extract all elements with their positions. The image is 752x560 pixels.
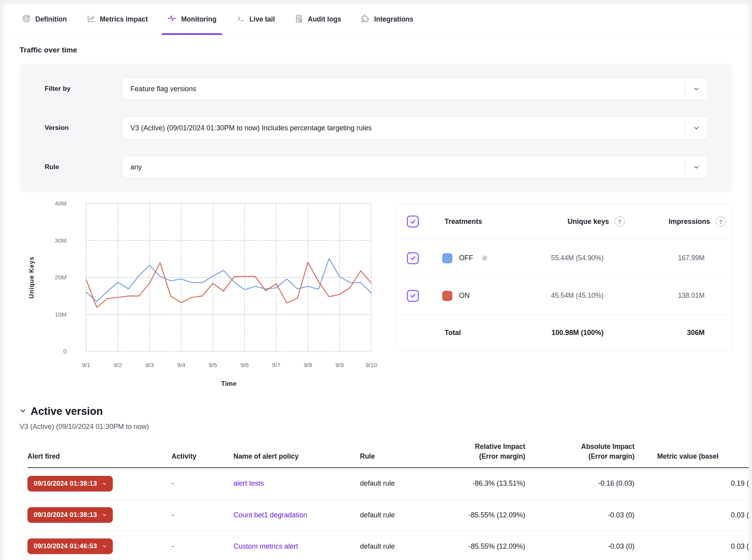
alert-policy-link[interactable]: Count bet1 degradation xyxy=(233,511,307,519)
alerts-table: Alert fired Activity Name of alert polic… xyxy=(27,442,749,560)
svg-text:0: 0 xyxy=(63,348,67,355)
alert-fired-badge[interactable]: 09/10/2024 01:38:13 xyxy=(27,476,113,492)
table-row: 09/10/2024 01:38:13 - alert tests defaul… xyxy=(27,468,749,499)
tab-label: Integrations xyxy=(374,15,413,23)
chevron-down-icon xyxy=(102,512,107,518)
filter-by-value: Feature flag versions xyxy=(123,85,685,93)
document-search-icon xyxy=(295,14,304,25)
tab-label: Definition xyxy=(35,15,67,23)
alert-fired-cell: 09/10/2024 01:38:13 xyxy=(27,476,172,492)
impressions-column-header: Impressions xyxy=(629,218,712,226)
svg-text:40M: 40M xyxy=(55,200,67,207)
collapse-chevron-icon[interactable] xyxy=(20,407,26,416)
absolute-impact-cell: -0.03 (0) xyxy=(525,511,634,519)
active-version-subtitle: V3 (Active) (09/10/2024 01:30PM to now) xyxy=(20,423,732,431)
on-impressions: 138.01M xyxy=(629,292,712,300)
filter-by-label: Filter by xyxy=(45,85,122,93)
alerts-table-header: Alert fired Activity Name of alert polic… xyxy=(27,442,749,468)
chevron-down-icon[interactable] xyxy=(685,85,708,92)
tab-label: Audit logs xyxy=(308,15,342,23)
rule-value: any xyxy=(123,163,685,171)
svg-text:9/4: 9/4 xyxy=(177,362,186,368)
alert-policy-link[interactable]: Custom metrics alert xyxy=(233,542,298,550)
svg-text:9/7: 9/7 xyxy=(272,362,281,368)
puzzle-icon xyxy=(361,14,370,25)
unique-keys-help-icon[interactable]: ? xyxy=(615,216,625,227)
tab-monitoring[interactable]: Monitoring xyxy=(162,4,222,35)
col-absolute-impact: Absolute Impact(Error margin) xyxy=(525,442,634,462)
alert-fired-cell: 09/10/2024 01:46:53 xyxy=(27,538,172,554)
treatments-panel: Treatments Unique keys ? Impressions ? O… xyxy=(396,203,732,351)
tab-label: Live tail xyxy=(249,15,275,23)
table-row: 09/10/2024 01:46:53 - Custom metrics ale… xyxy=(27,531,749,560)
col-metric-value: Metric value (basel xyxy=(634,452,749,461)
activity-cell: - xyxy=(172,479,233,488)
activity-cell: - xyxy=(172,511,233,519)
filter-row-rule: Rule any xyxy=(45,156,708,178)
svg-text:9/8: 9/8 xyxy=(304,362,312,368)
tab-integrations[interactable]: Integrations xyxy=(355,4,419,35)
filter-row-filter-by: Filter by Feature flag versions xyxy=(45,77,708,100)
trend-chart-icon xyxy=(87,14,96,25)
treatment-row-on: ON 45.54M (45.10%) 138.01M xyxy=(397,277,732,314)
chevron-down-icon[interactable] xyxy=(685,124,708,131)
alert-policy-link[interactable]: alert tests xyxy=(233,479,264,487)
col-rule: Rule xyxy=(360,452,450,461)
filter-row-version: Version V3 (Active) (09/01/2024 01:30PM … xyxy=(45,117,708,139)
relative-impact-cell: -85.55% (12.09%) xyxy=(450,511,525,519)
alert-fired-time: 09/10/2024 01:46:53 xyxy=(34,542,97,550)
off-checkbox[interactable] xyxy=(407,252,419,264)
alert-fired-badge[interactable]: 09/10/2024 01:38:13 xyxy=(27,507,113,523)
alert-fired-badge[interactable]: 09/10/2024 01:46:53 xyxy=(27,538,113,554)
active-version-title: Active version xyxy=(31,405,103,418)
tab-live-tail[interactable]: Live tail xyxy=(231,4,280,35)
version-value: V3 (Active) (09/01/2024 01:30PM to now) … xyxy=(123,124,685,132)
svg-text:30M: 30M xyxy=(55,237,67,244)
terminal-icon xyxy=(236,14,245,25)
svg-text:Unique Keys: Unique Keys xyxy=(28,256,35,299)
relative-impact-cell: -85.55% (12.09%) xyxy=(450,542,525,551)
svg-text:9/3: 9/3 xyxy=(145,362,154,368)
col-relative-impact: Relative Impact(Error margin) xyxy=(450,442,525,462)
on-color-swatch xyxy=(442,291,452,301)
col-alert-fired: Alert fired xyxy=(27,452,172,461)
relative-impact-cell: -86.3% (13.51%) xyxy=(450,479,525,488)
impressions-help-icon[interactable]: ? xyxy=(716,216,726,227)
rule-cell: default rule xyxy=(360,479,450,488)
policy-cell: Count bet1 degradation xyxy=(233,511,360,519)
svg-text:20M: 20M xyxy=(55,274,67,281)
treatments-total-row: Total 100.98M (100%) 306M xyxy=(397,314,732,351)
unique-keys-column-header: Unique keys xyxy=(502,218,611,226)
select-all-checkbox[interactable] xyxy=(407,216,419,227)
col-policy: Name of alert policy xyxy=(233,452,360,461)
treatment-name: ON xyxy=(459,292,470,300)
rule-label: Rule xyxy=(45,163,122,171)
svg-text:9/5: 9/5 xyxy=(209,362,217,368)
alert-fired-cell: 09/10/2024 01:38:13 xyxy=(27,507,172,523)
on-checkbox[interactable] xyxy=(407,290,419,302)
alert-fired-time: 09/10/2024 01:38:13 xyxy=(34,480,97,488)
svg-text:9/1: 9/1 xyxy=(82,362,90,368)
table-row: 09/10/2024 01:38:13 - Count bet1 degrada… xyxy=(27,499,749,531)
target-dart-icon xyxy=(22,14,31,25)
default-treatment-icon xyxy=(481,254,489,262)
svg-text:9/6: 9/6 xyxy=(240,362,249,368)
total-label: Total xyxy=(437,329,502,337)
active-version-section: Active version V3 (Active) (09/10/2024 0… xyxy=(20,405,732,431)
tab-audit-logs[interactable]: Audit logs xyxy=(289,4,347,35)
absolute-impact-cell: -0.16 (0.03) xyxy=(525,479,634,488)
treatments-header-row: Treatments Unique keys ? Impressions ? xyxy=(397,204,732,239)
tab-metrics-impact[interactable]: Metrics impact xyxy=(81,4,154,35)
policy-cell: alert tests xyxy=(233,479,360,488)
filter-by-select[interactable]: Feature flag versions xyxy=(122,77,708,100)
traffic-chart: 010M20M30M40M9/19/29/39/49/59/69/79/89/9… xyxy=(24,198,396,394)
tab-definition[interactable]: Definition xyxy=(16,4,72,35)
version-select[interactable]: V3 (Active) (09/01/2024 01:30PM to now) … xyxy=(122,117,708,139)
rule-select[interactable]: any xyxy=(122,156,708,178)
absolute-impact-cell: -0.03 (0) xyxy=(525,542,634,551)
chevron-down-icon[interactable] xyxy=(685,164,708,171)
alert-fired-time: 09/10/2024 01:38:13 xyxy=(34,511,97,519)
metric-value-cell: 0.03 ( xyxy=(634,542,749,551)
svg-text:9/2: 9/2 xyxy=(114,362,122,368)
version-label: Version xyxy=(45,124,122,132)
